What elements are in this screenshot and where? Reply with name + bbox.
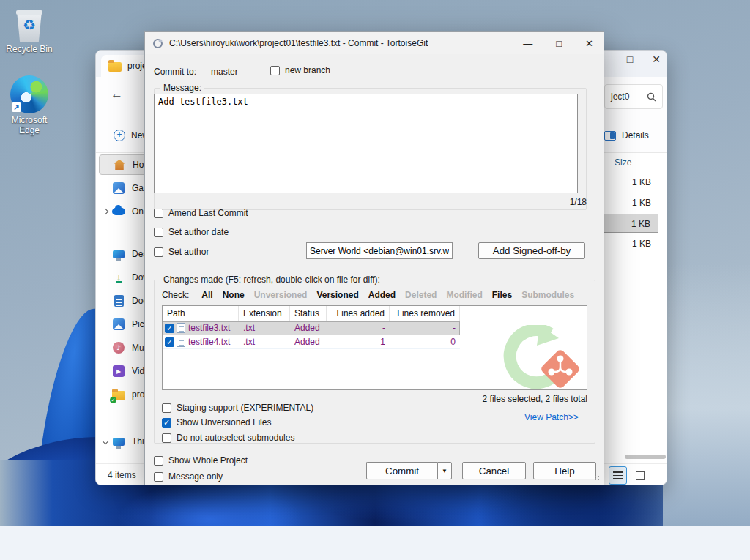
pictures-icon [112,318,125,331]
add-signed-off-by-button[interactable]: Add Signed-off-by [478,242,585,259]
branch-name: master [211,67,238,77]
staging-label: Staging support (EXPERIMENTAL) [177,403,313,413]
lines-added: 1 [327,337,390,347]
tortoisegit-watermark [489,325,582,389]
size-cell[interactable]: 1 KB [601,193,658,212]
downloads-icon: ↓ [112,271,125,284]
minimize-button[interactable]: — [523,38,532,49]
set-author-date-label: Set author date [168,227,229,237]
show-whole-project-checkbox[interactable] [154,456,163,466]
commit-to-label: Commit to: [154,67,196,77]
filter-versioned[interactable]: Versioned [316,290,358,300]
folder-sync-icon: ✓ [112,388,125,401]
new-branch-label: new branch [285,65,330,75]
author-input[interactable] [306,242,453,259]
view-patch-link[interactable]: View Patch>> [524,412,579,422]
filter-all[interactable]: All [201,290,212,300]
no-autoselect-checkbox[interactable] [162,433,171,443]
file-extension: .txt [239,323,290,333]
commit-button[interactable]: Commit [366,462,437,479]
edge-label: Microsoft Edge [1,116,57,136]
onedrive-icon [112,205,125,218]
file-row[interactable]: testfile3.txt.txtAdded-- [163,321,460,335]
size-cell[interactable]: 1 KB [601,173,658,192]
resize-grip[interactable] [594,475,601,482]
check-filter-row: Check: AllNoneUnversionedVersionedAddedD… [162,290,574,300]
show-unversioned-label: Show Unversioned Files [177,417,271,428]
cancel-button[interactable]: Cancel [462,462,526,479]
taskbar: 1 Search T [0,526,750,560]
lines-added: - [327,323,390,333]
file-status: Added [290,323,327,333]
this-pc-icon [112,435,125,448]
amend-checkbox[interactable] [154,209,163,218]
new-branch-checkbox[interactable] [270,66,280,75]
help-button[interactable]: Help [533,462,596,479]
set-author-checkbox[interactable] [154,247,163,257]
file-status: Added [290,337,327,347]
no-autoselect-label: Do not autoselect submodules [177,433,294,443]
tortoisegit-icon [152,38,163,49]
desktop-icon-recycle-bin[interactable]: ♻ Recycle Bin [1,9,57,55]
gallery-icon [112,182,125,195]
chevron-right-icon[interactable] [103,209,108,214]
explorer-search-text: ject0 [611,92,629,102]
list-view-icon [613,471,623,479]
explorer-maximize-button[interactable]: □ [627,53,633,65]
size-cell[interactable]: 1 KB [601,234,658,253]
column-header-extension[interactable]: Extension [239,306,290,321]
amend-row: Amend Last Commit [154,208,248,218]
item-count: 4 items [108,470,136,480]
sync-check-badge: ✓ [110,397,116,403]
filter-added[interactable]: Added [368,290,396,300]
filter-modified: Modified [446,290,482,300]
size-column-header[interactable]: Size [615,157,631,168]
search-icon [647,92,656,102]
filter-submodules: Submodules [521,290,574,300]
close-button[interactable]: ✕ [585,38,593,49]
message-only-label: Message only [168,471,223,482]
explorer-close-button[interactable]: ✕ [652,53,661,65]
staging-checkbox[interactable] [162,403,171,413]
set-author-date-checkbox[interactable] [154,228,163,237]
desktop-icon-edge[interactable]: ↗ Microsoft Edge [1,75,57,136]
videos-icon: ▶ [112,365,125,378]
filter-none[interactable]: None [223,290,245,300]
show-unversioned-checkbox[interactable] [162,418,171,428]
column-header-status[interactable]: Status [290,306,327,321]
message-label: Message: [160,83,204,93]
commit-message-input[interactable]: Add testfile3.txt [154,94,578,193]
chevron-down-icon: ▼ [442,468,448,474]
column-header-path[interactable]: Path [163,306,239,321]
file-row[interactable]: testfile4.txt.txtAdded10 [163,335,460,349]
home-icon [113,158,126,171]
size-cell[interactable]: 1 KB [601,214,658,233]
filter-unversioned: Unversioned [254,290,308,300]
lines-removed: - [390,323,460,333]
column-header-lines-added[interactable]: Lines added [327,306,390,321]
commit-dropdown-button[interactable]: ▼ [437,462,452,479]
tortoisegit-commit-dialog: C:\Users\hiroyuki\work\project01\testfil… [144,31,604,485]
horizontal-scrollbar[interactable] [625,455,666,459]
show-whole-project-row: Show Whole Project [154,455,248,466]
wallpaper-pale-right [663,264,750,527]
new-branch-row: new branch [270,65,330,75]
chevron-down-icon[interactable] [103,438,108,444]
file-checkbox[interactable] [165,324,174,333]
details-view-button[interactable]: Details [604,125,649,146]
music-icon: ♪ [112,341,125,354]
documents-icon [112,294,125,307]
filter-deleted: Deleted [405,290,437,300]
details-layout-button[interactable] [609,466,627,485]
filter-files[interactable]: Files [492,290,512,300]
changed-files-table: PathExtensionStatusLines addedLines remo… [162,305,587,390]
icons-layout-button[interactable] [631,466,649,485]
recycle-bin-label: Recycle Bin [1,45,57,55]
column-header-lines-removed[interactable]: Lines removed [390,306,460,321]
message-only-checkbox[interactable] [154,472,163,482]
maximize-button[interactable]: □ [556,38,562,49]
file-checkbox[interactable] [165,337,174,347]
explorer-search-box[interactable]: ject0 [604,84,663,109]
message-position-counter: 1/18 [154,197,587,207]
back-arrow-icon[interactable]: ← [111,87,123,102]
